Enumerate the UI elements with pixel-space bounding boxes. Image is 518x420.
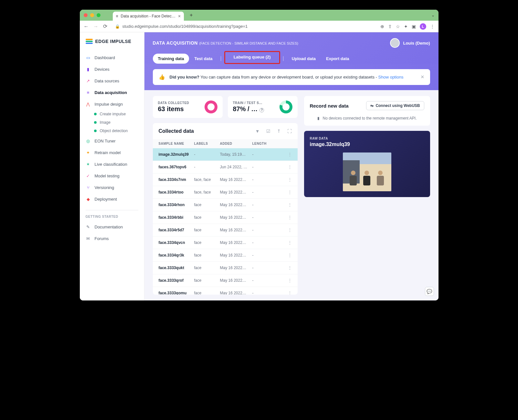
table-row[interactable]: face.3334rbbifaceMay 16 2022…-⋮: [153, 211, 298, 224]
expand-icon[interactable]: ⛶: [287, 129, 292, 134]
extensions-icon[interactable]: ✦: [404, 24, 408, 29]
row-menu-icon[interactable]: ⋮: [288, 240, 292, 245]
upload-icon[interactable]: ⤒: [277, 129, 281, 134]
sidebar-item-deployment[interactable]: ◆Deployment: [80, 193, 144, 205]
sidebar-item-live-classification[interactable]: ✶Live classification: [80, 158, 144, 170]
close-tab-icon[interactable]: ×: [178, 14, 181, 19]
table-row[interactable]: faces.367topv6-Jun 24 2022, …-⋮: [153, 161, 298, 173]
sample-labels: face, face: [194, 190, 220, 194]
tab-list-icon[interactable]: ⌄: [431, 13, 435, 17]
table-row[interactable]: face.3334r5d7faceMay 16 2022…-⋮: [153, 224, 298, 236]
menu-icon[interactable]: ⋮: [430, 24, 435, 29]
user-chip[interactable]: Louis (Demo): [390, 38, 430, 48]
maximize-window[interactable]: [97, 13, 100, 17]
row-menu-icon[interactable]: ⋮: [288, 253, 292, 257]
sidebar-item-devices[interactable]: ▮Devices: [80, 63, 144, 75]
sample-added: May 16 2022…: [220, 203, 252, 207]
sidebar-item-forums[interactable]: ✉Forums: [80, 233, 144, 244]
sample-labels: face: [194, 228, 220, 232]
table-row[interactable]: face.3334s7nmface, faceMay 16 2022…-⋮: [153, 173, 298, 186]
record-panel: Record new data ⇋Connect using WebUSB ▮ …: [304, 96, 430, 126]
table-title: Collected data: [159, 128, 194, 134]
table-row[interactable]: face.3334rhonfaceMay 16 2022…-⋮: [153, 198, 298, 211]
highlight-box: Labeling queue (2): [224, 51, 280, 64]
help-icon[interactable]: ?: [259, 108, 264, 112]
tab-upload-data[interactable]: Upload data: [287, 54, 321, 64]
notice-text: Did you know? You can capture data from …: [170, 75, 404, 79]
sidebar-sub-image[interactable]: Image: [80, 118, 144, 127]
row-menu-icon[interactable]: ⋮: [288, 152, 292, 157]
sample-labels: -: [194, 152, 220, 157]
sidebar-item-model-testing[interactable]: ✓Model testing: [80, 170, 144, 182]
tab-export-data[interactable]: Export data: [321, 54, 354, 64]
nav-label: Impulse design: [95, 102, 123, 107]
feedback-button[interactable]: 💬: [425, 287, 434, 296]
back-icon[interactable]: ←: [84, 24, 89, 29]
profile-avatar[interactable]: L: [420, 23, 426, 30]
nav-icon: ✎: [86, 224, 91, 229]
zoom-icon[interactable]: ⊕: [380, 24, 384, 29]
table-row[interactable]: face.3333quktfaceMay 16 2022…-⋮: [153, 261, 298, 274]
sample-labels: face: [194, 215, 220, 220]
table-row[interactable]: face.3334rtooface, faceMay 16 2022…-⋮: [153, 186, 298, 198]
filter-icon[interactable]: ▼: [255, 129, 260, 134]
share-icon[interactable]: ⇧: [388, 24, 392, 29]
close-notice-icon[interactable]: ×: [421, 74, 424, 80]
app: EDGE IMPULSE ▭Dashboard▮Devices↗Data sou…: [80, 32, 439, 300]
row-menu-icon[interactable]: ⋮: [288, 177, 292, 182]
show-options-link[interactable]: Show options: [378, 75, 404, 79]
url-field[interactable]: 🔒 studio.edgeimpulse.com/studio/104899/a…: [112, 23, 376, 30]
row-menu-icon[interactable]: ⋮: [288, 278, 292, 283]
donut-chart-icon: [205, 100, 217, 113]
sidebar-item-dashboard[interactable]: ▭Dashboard: [80, 52, 144, 63]
reload-icon[interactable]: ⟳: [103, 23, 107, 29]
minimize-window[interactable]: [90, 13, 94, 17]
logo-text: EDGE IMPULSE: [95, 39, 132, 44]
panel-icon[interactable]: ▣: [412, 24, 416, 29]
main: DATA ACQUISITION (FACE DETECTION - SIMIL…: [144, 32, 439, 300]
tab-training-data[interactable]: Training data: [153, 54, 189, 64]
select-icon[interactable]: ☑: [266, 129, 270, 134]
sidebar-item-eon-tuner[interactable]: ◎EON Tuner: [80, 135, 144, 147]
connect-webusb-button[interactable]: ⇋Connect using WebUSB: [366, 101, 424, 110]
sidebar-item-data-acquisition[interactable]: ≡Data acquisition: [80, 87, 144, 98]
sample-length: -: [252, 165, 265, 169]
sidebar-sub-object-detection[interactable]: Object detection: [80, 127, 144, 135]
logo[interactable]: EDGE IMPULSE: [80, 39, 144, 52]
nav-icon: ✶: [86, 162, 91, 167]
table-row[interactable]: face.3333qomufaceMay 16 2022…-⋮: [153, 287, 298, 295]
row-menu-icon[interactable]: ⋮: [288, 266, 292, 270]
bookmark-icon[interactable]: ☆: [396, 24, 400, 29]
sidebar-item-retrain-model[interactable]: ✦Retrain model: [80, 147, 144, 158]
sample-labels: face, face: [194, 177, 220, 182]
table-row[interactable]: face.3334qvcnfaceMay 16 2022…-⋮: [153, 236, 298, 249]
close-window[interactable]: [84, 13, 88, 17]
table-row[interactable]: image.32mulq39-Today, 15:19…-⋮: [153, 148, 298, 161]
row-menu-icon[interactable]: ⋮: [288, 190, 292, 194]
sidebar-item-documentation[interactable]: ✎Documentation: [80, 221, 144, 233]
browser-tab[interactable]: ≡ Data acquisition - Face Detec… ×: [113, 12, 184, 21]
row-menu-icon[interactable]: ⋮: [288, 228, 292, 232]
sidebar-sub-create-impulse[interactable]: Create impulse: [80, 110, 144, 118]
sample-added: May 16 2022…: [220, 266, 252, 270]
sidebar-item-data-sources[interactable]: ↗Data sources: [80, 75, 144, 87]
tab-labeling-queue[interactable]: Labeling queue (2): [228, 52, 276, 62]
row-menu-icon[interactable]: ⋮: [288, 215, 292, 220]
row-menu-icon[interactable]: ⋮: [288, 203, 292, 207]
nav-label: Model testing: [95, 173, 120, 178]
row-menu-icon[interactable]: ⋮: [288, 165, 292, 169]
table-row[interactable]: face.3333qroffaceMay 16 2022…-⋮: [153, 274, 298, 287]
table-row[interactable]: face.3334qr3kfaceMay 16 2022…-⋮: [153, 249, 298, 261]
sidebar-item-impulse-design[interactable]: ⋀Impulse design: [80, 98, 144, 110]
row-menu-icon[interactable]: ⋮: [288, 291, 292, 295]
tab-test-data[interactable]: Test data: [189, 54, 217, 64]
sample-name: face.3334rtoo: [159, 190, 194, 194]
nav-icon: ▭: [86, 55, 91, 60]
nav-icon: ◎: [86, 138, 91, 143]
sample-length: -: [252, 228, 265, 232]
nav-label: Versioning: [95, 185, 114, 190]
new-tab-icon[interactable]: +: [190, 12, 193, 18]
sample-labels: face: [194, 253, 220, 257]
sidebar-item-versioning[interactable]: ⑂Versioning: [80, 182, 144, 193]
sample-name: face.3334qr3k: [159, 253, 194, 257]
